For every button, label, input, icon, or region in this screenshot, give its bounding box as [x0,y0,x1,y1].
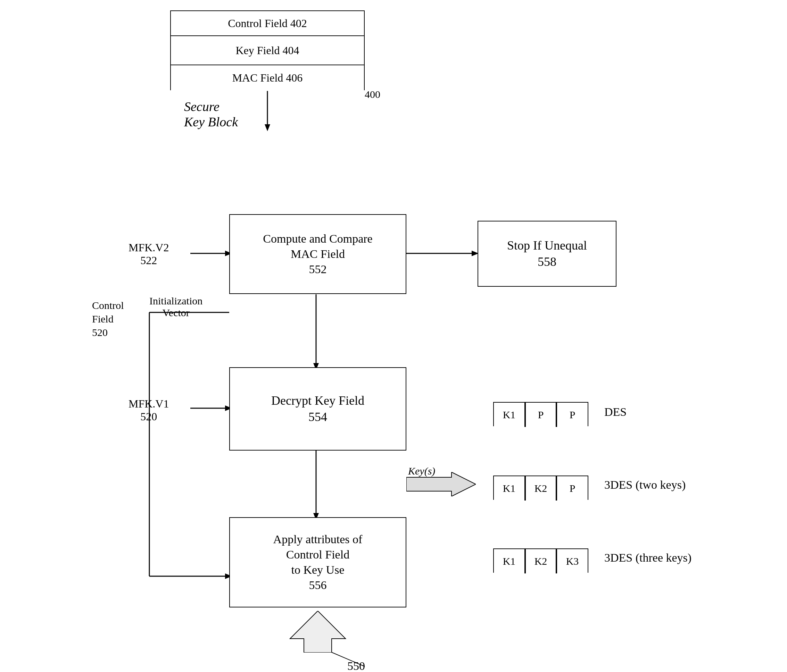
label-mfk-v2: MFK.V2522 [128,241,169,267]
skb-control-field-row: Control Field 402 [171,11,364,36]
svg-marker-18 [290,611,346,653]
three-des-two-key-row: K1 K2 P [493,476,588,500]
tdes3-k2: K2 [525,549,556,573]
label-mfk-v1: MFK.V1520 [128,398,169,423]
compute-mac-box: Compute and CompareMAC Field552 [229,214,406,294]
skb-mac-field-label: MAC Field 406 [232,71,303,84]
des-key-row: K1 P P [493,402,588,426]
label-des: DES [604,405,627,419]
tdes2-k1: K1 [494,476,525,500]
svg-marker-1 [265,124,270,131]
tdes2-k2: K2 [525,476,556,500]
diagram: Control Field 402 Key Field 404 MAC Fiel… [0,0,787,672]
label-init-vector: InitializationVector [149,295,202,319]
apply-attributes-box: Apply attributes ofControl Fieldto Key U… [229,517,406,607]
skb-key-field-row: Key Field 404 [171,36,364,65]
label-keys: Key(s) [408,465,435,477]
apply-attributes-label: Apply attributes ofControl Fieldto Key U… [273,532,363,593]
label-3des-two: 3DES (two keys) [604,478,686,492]
label-secure-key-block: SecureKey Block [184,99,238,129]
skb-container: Control Field 402 Key Field 404 MAC Fiel… [170,10,365,90]
label-3des-three: 3DES (three keys) [604,551,692,565]
des-k1: K1 [494,403,525,427]
decrypt-key-label: Decrypt Key Field554 [271,393,364,425]
label-control-field-520: ControlField520 [92,298,124,339]
tdes3-k1: K1 [494,549,525,573]
label-550: 550 [347,659,365,672]
tdes3-k3: K3 [556,549,588,573]
three-des-three-key-row: K1 K2 K3 [493,549,588,573]
skb-mac-field-row: MAC Field 406 [171,65,364,90]
des-p2: P [556,403,588,427]
label-400: 400 [365,88,380,100]
stop-if-unequal-box: Stop If Unequal558 [477,221,616,287]
compute-mac-label: Compute and CompareMAC Field552 [263,231,372,277]
skb-control-field-label: Control Field 402 [228,17,307,30]
decrypt-key-box: Decrypt Key Field554 [229,367,406,451]
tdes2-p: P [556,476,588,500]
stop-if-unequal-label: Stop If Unequal558 [507,237,587,270]
skb-key-field-label: Key Field 404 [235,44,299,57]
upward-hollow-arrow [283,611,352,653]
des-p1: P [525,403,556,427]
